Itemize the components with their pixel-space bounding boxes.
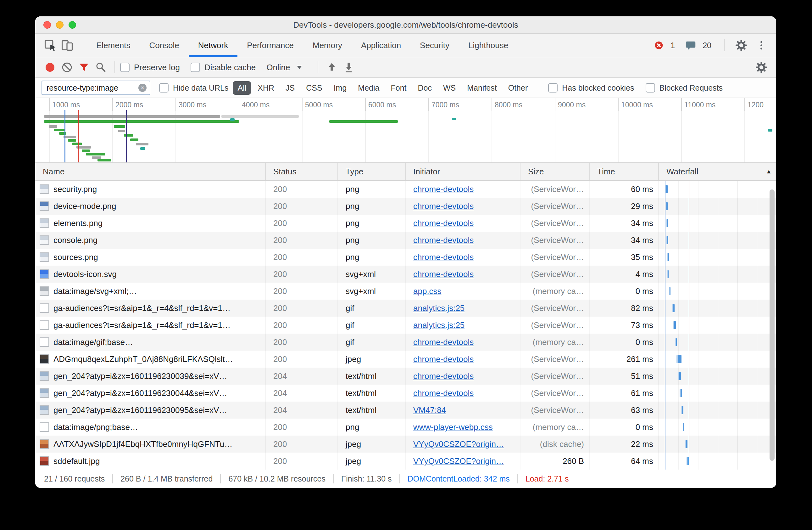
initiator-link[interactable]: www-player-webp.css (413, 422, 493, 432)
domcontentloaded-time[interactable]: DOMContentLoaded: 342 ms (408, 474, 510, 484)
column-header-waterfall[interactable]: Waterfall ▲ (659, 163, 776, 180)
initiator-link[interactable]: chrome-devtools (413, 184, 474, 194)
zoom-window-button[interactable] (69, 21, 76, 29)
column-header-type[interactable]: Type (338, 163, 406, 180)
ruler-label: 1200 (748, 101, 764, 109)
cell-time: 0 ms (590, 419, 659, 436)
tab-network[interactable]: Network (189, 34, 237, 57)
more-options-icon[interactable] (753, 37, 770, 54)
filter-pill-ws[interactable]: WS (438, 81, 460, 95)
tab-elements[interactable]: Elements (87, 34, 140, 57)
throttling-select[interactable]: Online (266, 62, 302, 72)
filter-pill-css[interactable]: CSS (301, 81, 327, 95)
disable-cache-checkbox[interactable]: Disable cache (191, 62, 256, 72)
cell-waterfall (659, 181, 776, 198)
file-icon (40, 372, 49, 381)
cell-time: 60 ms (590, 181, 659, 198)
console-bubble-icon[interactable] (682, 37, 699, 54)
request-name: AATXAJywSIpD1jf4EbqHXTfbe0mnyHqGFNTu… (54, 440, 232, 449)
finish-time: Finish: 11.30 s (341, 474, 392, 484)
tab-lighthouse[interactable]: Lighthouse (459, 34, 518, 57)
tab-memory[interactable]: Memory (303, 34, 352, 57)
file-icon (40, 456, 49, 466)
network-overview-timeline[interactable]: 1000 ms2000 ms3000 ms4000 ms5000 ms6000 … (35, 98, 776, 163)
clear-filter-icon[interactable]: × (139, 84, 147, 92)
initiator-link[interactable]: chrome-devtools (413, 337, 474, 347)
export-har-icon[interactable] (340, 59, 357, 76)
filter-pill-media[interactable]: Media (353, 81, 384, 95)
filter-pill-doc[interactable]: Doc (413, 81, 436, 95)
initiator-link[interactable]: VM47:84 (413, 405, 446, 415)
devtools-window: DevTools - developers.google.com/web/too… (35, 16, 776, 488)
filter-pill-manifest[interactable]: Manifest (462, 81, 501, 95)
has-blocked-cookies-checkbox[interactable]: Has blocked cookies (548, 83, 634, 93)
load-time[interactable]: Load: 2.71 s (525, 474, 569, 484)
column-header-time[interactable]: Time (590, 163, 659, 180)
initiator-link[interactable]: chrome-devtools (413, 354, 474, 364)
filter-pill-img[interactable]: Img (329, 81, 352, 95)
window-titlebar[interactable]: DevTools - developers.google.com/web/too… (35, 16, 776, 34)
initiator-link[interactable]: chrome-devtools (413, 372, 474, 381)
network-filter-bar: × Hide data URLs AllXHRJSCSSImgMediaFont… (35, 78, 776, 98)
filter-pill-other[interactable]: Other (504, 81, 533, 95)
cell-type: svg+xml (338, 266, 406, 283)
error-icon[interactable] (650, 37, 667, 54)
tabbar-right-controls: 1 20 (650, 37, 770, 54)
tab-application[interactable]: Application (352, 34, 410, 57)
initiator-link[interactable]: analytics.js:25 (413, 303, 464, 313)
ruler-gridline (239, 98, 239, 163)
inspect-element-button[interactable] (42, 37, 58, 54)
hide-data-urls-checkbox[interactable]: Hide data URLs (159, 83, 228, 93)
cell-name: security.png (35, 181, 266, 198)
cell-time: 34 ms (590, 232, 659, 249)
initiator-link[interactable]: chrome-devtools (413, 219, 474, 228)
initiator-link[interactable]: chrome-devtools (413, 252, 474, 262)
cell-initiator: VM47:84 (406, 402, 521, 419)
cell-time: 63 ms (590, 402, 659, 419)
network-filter-input[interactable]: × (42, 81, 150, 95)
initiator-link[interactable]: chrome-devtools (413, 388, 474, 398)
request-name: ADGmqu8qexLZuhphT_0Aj88Ng8riLFKASQlslt… (54, 354, 233, 364)
column-header-status[interactable]: Status (266, 163, 338, 180)
blocked-requests-checkbox[interactable]: Blocked Requests (646, 83, 723, 93)
filter-pill-xhr[interactable]: XHR (253, 81, 279, 95)
initiator-link[interactable]: app.css (413, 287, 441, 296)
tab-console[interactable]: Console (140, 34, 188, 57)
clear-button[interactable] (58, 59, 75, 76)
search-icon[interactable] (92, 59, 110, 76)
filter-pill-font[interactable]: Font (386, 81, 411, 95)
cell-status: 200 (266, 283, 338, 299)
initiator-link[interactable]: chrome-devtools (413, 201, 474, 211)
overview-request-bar (329, 120, 398, 123)
request-name: data:image/svg+xml;… (54, 287, 137, 296)
overview-request-bar (136, 143, 148, 145)
cell-size: (ServiceWor… (521, 317, 590, 334)
filter-pill-all[interactable]: All (233, 81, 251, 95)
record-button[interactable] (42, 59, 58, 76)
column-header-size[interactable]: Size (521, 163, 590, 180)
initiator-link[interactable]: VYyQv0CSZOE?origin… (413, 440, 504, 449)
request-name: data:image/png;base… (54, 422, 138, 432)
tab-performance[interactable]: Performance (237, 34, 303, 57)
filter-toggle-icon[interactable] (75, 59, 92, 76)
import-har-icon[interactable] (323, 59, 340, 76)
initiator-link[interactable]: chrome-devtools (413, 269, 474, 279)
network-toolbar: Preserve log Disable cache Online (35, 57, 776, 78)
tab-security[interactable]: Security (410, 34, 459, 57)
waterfall-bar (680, 389, 682, 397)
scrollbar-thumb[interactable] (770, 190, 774, 461)
preserve-log-checkbox[interactable]: Preserve log (120, 62, 180, 72)
settings-gear-icon[interactable] (733, 37, 750, 54)
filter-text-input[interactable] (46, 83, 139, 93)
initiator-link[interactable]: chrome-devtools (413, 235, 474, 245)
device-toolbar-button[interactable] (58, 37, 75, 54)
divider (517, 474, 518, 484)
network-settings-gear-icon[interactable] (753, 59, 770, 76)
close-window-button[interactable] (43, 21, 51, 29)
minimize-window-button[interactable] (56, 21, 63, 29)
column-header-name[interactable]: Name (35, 163, 266, 180)
column-header-initiator[interactable]: Initiator (406, 163, 521, 180)
initiator-link[interactable]: VYyQv0CSZOE?origin… (413, 456, 504, 466)
filter-pill-js[interactable]: JS (281, 81, 300, 95)
initiator-link[interactable]: analytics.js:25 (413, 320, 464, 330)
